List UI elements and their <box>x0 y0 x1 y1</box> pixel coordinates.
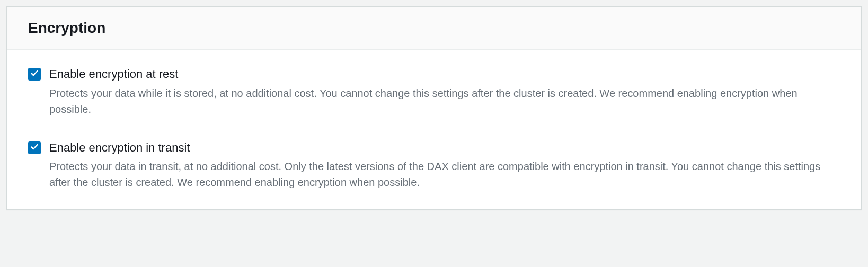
option-desc-at-rest: Protects your data while it is stored, a… <box>49 85 840 117</box>
panel-title: Encryption <box>28 20 840 37</box>
encryption-panel: Encryption Enable encryption at rest Pro… <box>6 6 862 210</box>
option-label-at-rest: Enable encryption at rest <box>49 67 840 82</box>
option-encryption-in-transit: Enable encryption in transit Protects yo… <box>28 140 840 191</box>
checkbox-wrap <box>28 141 41 154</box>
option-encryption-at-rest: Enable encryption at rest Protects your … <box>28 67 840 117</box>
option-text: Enable encryption in transit Protects yo… <box>49 140 840 191</box>
checkbox-wrap <box>28 68 41 81</box>
option-desc-in-transit: Protects your data in transit, at no add… <box>49 158 840 190</box>
checkbox-encryption-in-transit[interactable] <box>28 141 41 154</box>
check-icon <box>30 143 39 153</box>
option-label-in-transit: Enable encryption in transit <box>49 140 840 156</box>
check-icon <box>30 69 39 79</box>
panel-body: Enable encryption at rest Protects your … <box>7 50 861 209</box>
checkbox-encryption-at-rest[interactable] <box>28 68 41 81</box>
option-text: Enable encryption at rest Protects your … <box>49 67 840 117</box>
panel-header: Encryption <box>7 7 861 50</box>
